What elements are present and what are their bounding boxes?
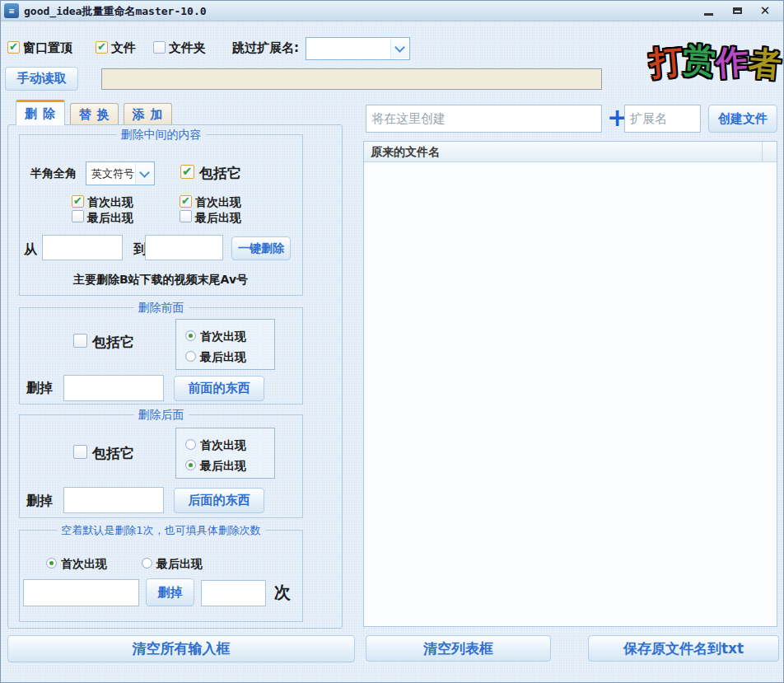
app-window: ≡ good_idea批量重命名master-10.0 ✕ 窗口置顶 文件 文件… [0,0,784,683]
original-filename-column-header[interactable]: 原来的文件名 [371,145,440,160]
folder-checkbox[interactable] [153,41,166,54]
logo-char-2: 赏 [682,43,717,78]
minimize-icon [704,13,713,16]
skip-extension-combobox[interactable] [306,37,410,60]
app-icon: ≡ [4,3,19,18]
close-icon: ✕ [760,5,771,17]
tab-delete[interactable]: 删 除 [16,100,65,125]
clear-all-inputs-button[interactable]: 清空所有输入框 [7,635,355,662]
list-header-row[interactable]: 原来的文件名 [364,142,777,162]
chevron-down-icon [394,42,405,53]
extension-input[interactable] [624,105,701,133]
window-topmost-checkbox[interactable] [7,41,20,54]
path-input[interactable] [101,68,602,90]
logo-char-1: 打 [648,44,684,79]
create-here-input[interactable] [366,105,602,133]
logo-char-4: 者 [747,45,782,81]
tab-replace[interactable]: 替 换 [70,103,119,125]
window-title: good_idea批量重命名master-10.0 [24,4,207,19]
file-checkbox[interactable] [96,41,108,54]
close-button[interactable]: ✕ [756,2,774,19]
filename-listbox[interactable]: 原来的文件名 [363,141,777,627]
file-checkbox-label: 文件 [111,40,136,56]
window-topmost-label: 窗口置顶 [23,40,72,56]
maximize-icon [733,7,742,14]
skip-extension-label: 跳过扩展名: [232,40,299,56]
list-header-spare-cell [762,142,777,161]
donate-author-logo: 打 赏 作 者 [650,39,782,85]
clear-listbox-button[interactable]: 清空列表框 [366,635,551,662]
tab-add[interactable]: 添 加 [124,103,172,125]
titlebar[interactable]: ≡ good_idea批量重命名master-10.0 ✕ [1,1,783,21]
maximize-button[interactable] [728,2,746,19]
create-file-button[interactable]: 创建文件 [708,105,777,133]
combo-chevron-area[interactable] [390,39,409,58]
manual-read-button[interactable]: 手动读取 [5,67,78,91]
minimize-button[interactable] [699,2,717,19]
logo-char-3: 作 [715,44,750,80]
save-filenames-to-txt-button[interactable]: 保存原文件名到txt [588,635,779,662]
delete-tab-panel [7,124,343,629]
folder-checkbox-label: 文件夹 [169,40,206,56]
